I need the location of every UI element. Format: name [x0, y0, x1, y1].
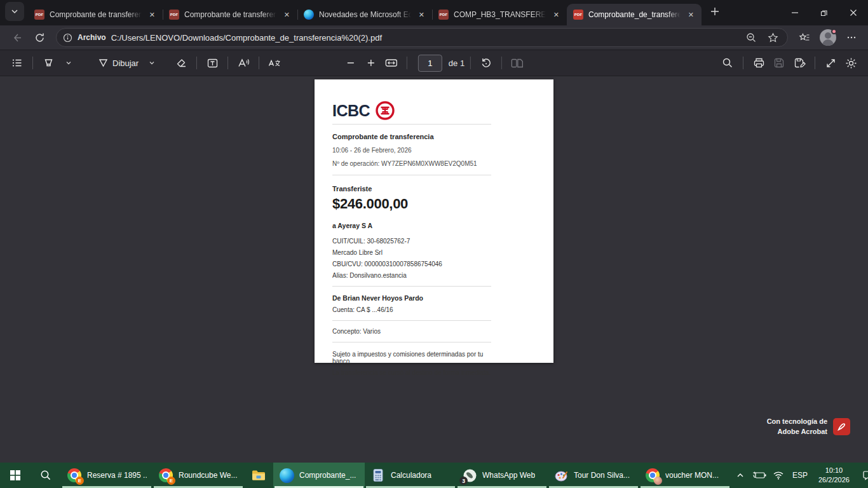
taskbar-item-calculator[interactable]: Calculadora — [365, 463, 456, 488]
browser-menu-button[interactable] — [841, 28, 862, 47]
fit-to-width-button[interactable] — [382, 53, 401, 72]
tab-comprobante-active[interactable]: PDF Comprobante_de_transferencia ✕ — [567, 4, 702, 25]
favorite-this-page-button[interactable] — [764, 29, 781, 46]
gear-icon — [845, 57, 857, 69]
keyboard-language[interactable]: ESP — [788, 471, 812, 480]
printer-icon — [753, 57, 765, 69]
acrobat-badge-line1: Con tecnología de — [767, 417, 827, 427]
close-window-button[interactable] — [839, 0, 868, 25]
tab-comprobante-2[interactable]: PDF Comprobante de transferencia ( ✕ — [163, 4, 297, 25]
new-tab-button[interactable] — [705, 2, 724, 21]
draw-options-button[interactable] — [142, 53, 161, 72]
favorites-bar-button[interactable] — [794, 28, 815, 47]
network-status[interactable] — [769, 463, 788, 488]
taskbar-item-file-explorer[interactable] — [244, 463, 273, 488]
sender-name: De Brian Never Hoyos Pardo — [332, 294, 491, 302]
taskbar-item-reserva[interactable]: E Reserva # 1895 ... — [61, 463, 153, 488]
table-of-contents-button[interactable] — [8, 53, 27, 72]
erase-button[interactable] — [172, 53, 191, 72]
receipt-datetime: 10:06 - 26 de Febrero, 2026 — [332, 147, 491, 154]
action-center-button[interactable] — [856, 463, 868, 488]
print-button[interactable] — [749, 53, 768, 72]
read-aloud-button[interactable] — [234, 53, 253, 72]
back-arrow-icon — [11, 32, 22, 43]
minimize-button[interactable] — [780, 0, 810, 25]
highlight-button[interactable] — [39, 53, 58, 72]
zoom-in-button[interactable] — [362, 53, 381, 72]
taskbar-item-edge-comprobante[interactable]: Comprobante_... — [273, 463, 365, 488]
edge-icon — [279, 468, 294, 483]
save-button[interactable] — [770, 53, 789, 72]
whatsapp-icon: 3 — [462, 468, 477, 483]
pdf-viewer[interactable]: ICBC Comprobante de transferencia 10:06 … — [0, 76, 868, 463]
eraser-icon — [175, 57, 187, 69]
chevron-down-icon — [65, 60, 72, 66]
tab-search-button[interactable] — [5, 2, 24, 21]
zoom-out-icon — [746, 32, 757, 43]
zoom-indicator-button[interactable] — [743, 29, 759, 46]
tab-comprobante-1[interactable]: PDF Comprobante de transferencia ✕ — [28, 4, 163, 25]
two-page-icon — [511, 58, 524, 69]
chrome-icon: E — [67, 468, 82, 483]
tab-close-icon[interactable]: ✕ — [551, 10, 562, 20]
pdf-settings-button[interactable] — [841, 53, 860, 72]
tab-novedades-edge[interactable]: Novedades de Microsoft Edge ✕ — [297, 4, 432, 25]
profile-button[interactable] — [820, 29, 836, 46]
add-text-button[interactable] — [203, 53, 222, 72]
taskbar-item-paint[interactable]: Tour Don Silva... — [548, 463, 639, 488]
close-icon — [850, 9, 857, 17]
edge-window: PDF Comprobante de transferencia ✕ PDF C… — [0, 0, 868, 488]
paint-palette-icon — [553, 468, 569, 483]
recipient-cbu: CBU/CVU: 0000003100078586754046 — [332, 261, 491, 268]
tab-close-icon[interactable]: ✕ — [147, 10, 158, 20]
pdf-file-icon: PDF — [34, 10, 44, 20]
taskbar: E Reserva # 1895 ... E Roundcube We... C… — [0, 463, 868, 488]
two-page-view-button[interactable] — [508, 53, 527, 72]
chrome-icon: E — [158, 468, 173, 483]
info-icon[interactable] — [63, 33, 72, 43]
zoom-out-button[interactable] — [341, 53, 360, 72]
read-aloud-icon — [237, 57, 250, 69]
divider — [332, 124, 491, 125]
tray-expand-button[interactable] — [731, 463, 750, 488]
restore-button[interactable] — [810, 0, 839, 25]
battery-status[interactable] — [750, 463, 769, 488]
rotate-button[interactable] — [477, 53, 496, 72]
taskbar-item-label: Reserva # 1895 ... — [87, 471, 147, 480]
pdf-search-button[interactable] — [718, 53, 737, 72]
taskbar-item-voucher[interactable]: voucher MON... — [639, 463, 731, 488]
save-as-button[interactable] — [790, 53, 809, 72]
taskbar-item-whatsapp[interactable]: 3 WhatsApp Web — [456, 463, 548, 488]
clock[interactable]: 10:10 26/2/2026 — [812, 466, 856, 485]
refresh-button[interactable] — [29, 28, 50, 47]
chevron-down-icon — [149, 60, 155, 66]
page-count-label: de 1 — [449, 58, 465, 68]
back-button[interactable] — [6, 28, 27, 47]
restore-icon — [820, 9, 828, 17]
save-icon — [773, 57, 785, 69]
fullscreen-button[interactable] — [821, 53, 840, 72]
recipient-name: a Ayeray S A — [332, 222, 491, 229]
translate-button[interactable] — [265, 53, 284, 72]
highlight-options-button[interactable] — [59, 53, 78, 72]
taskbar-item-label: Tour Don Silva... — [574, 471, 630, 480]
tab-close-icon[interactable]: ✕ — [416, 10, 427, 20]
taskbar-item-roundcube[interactable]: E Roundcube We... — [153, 463, 244, 488]
fullscreen-icon — [825, 58, 836, 69]
tab-close-icon[interactable]: ✕ — [281, 10, 292, 20]
pdf-page: ICBC Comprobante de transferencia 10:06 … — [315, 79, 553, 363]
tab-close-icon[interactable]: ✕ — [686, 10, 696, 20]
tab-comp-hb3[interactable]: PDF COMP_HB3_TRANSFERENCIA-2 ✕ — [432, 4, 567, 25]
acrobat-badge[interactable]: Con tecnología de Adobe Acrobat — [767, 417, 850, 437]
clock-time: 10:10 — [818, 466, 850, 475]
icbc-emblem-icon — [375, 100, 395, 121]
battery-icon — [752, 471, 766, 480]
chevron-down-icon — [11, 8, 18, 15]
taskbar-search-button[interactable] — [31, 463, 61, 488]
translate-icon — [268, 57, 281, 69]
favicon-badge: E — [76, 477, 84, 485]
page-number-input[interactable]: 1 — [418, 55, 442, 72]
start-button[interactable] — [0, 463, 31, 488]
draw-button[interactable]: Dibujar — [95, 53, 141, 72]
url-field[interactable]: Archivo C:/Users/LENOVO/Downloads/Compro… — [56, 28, 788, 47]
